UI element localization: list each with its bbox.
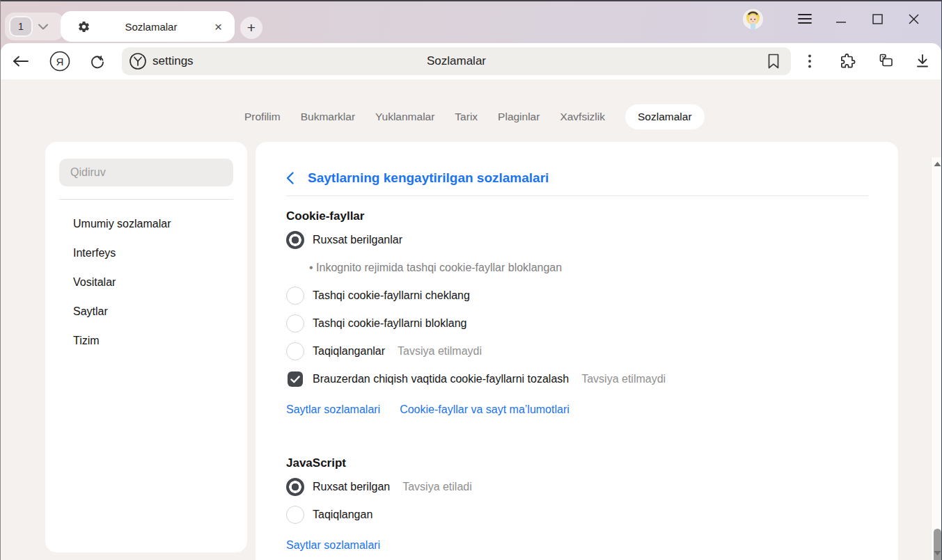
address-bar-page-title: Sozlamalar [122,54,791,68]
scroll-up-icon[interactable] [934,161,941,167]
sidebar-item-vositalar[interactable]: Vositalar [59,268,233,297]
scrollbar[interactable] [931,157,942,560]
yandex-logo-icon[interactable]: Я [49,51,70,72]
nav-tab-xavfsizlik[interactable]: Xavfsizlik [560,104,605,129]
nav-tab-bukmarklar[interactable]: Bukmarklar [301,104,355,129]
settings-page: Profilim Bukmarklar Yuklanmalar Tarix Pl… [1,79,931,560]
page-title[interactable]: Saytlarning kengaytirilgan sozlamalari [308,170,549,186]
radio-icon[interactable] [286,287,304,305]
kebab-menu-icon[interactable] [799,51,820,72]
nav-tab-plaginlar[interactable]: Plaginlar [498,104,540,129]
svg-text:Я: Я [56,56,64,67]
avatar[interactable] [743,9,763,29]
back-header[interactable]: Saytlarning kengaytirilgan sozlamalari [286,142,868,196]
close-tab-icon[interactable]: × [212,19,225,35]
reload-icon[interactable] [87,51,108,72]
chevron-left-icon[interactable] [286,172,294,184]
radio-icon[interactable] [286,342,304,360]
back-icon[interactable] [10,51,31,72]
javascript-links: Saytlar sozlamalari [286,535,868,556]
toolbar-right [799,51,933,72]
settings-nav-tabs: Profilim Bukmarklar Yuklanmalar Tarix Pl… [244,104,705,129]
sidebar-item-interfeys[interactable]: Interfeys [59,239,233,268]
radio-icon[interactable] [286,478,304,496]
nav-tab-sozlamalar[interactable]: Sozlamalar [625,104,705,129]
sidebar-item-umumiy-sozlamalar[interactable]: Umumiy sozlamalar [59,209,233,239]
radio-row-cheklang[interactable]: Tashqi cookie-fayllarni cheklang [286,282,868,310]
nav-tab-yuklanmalar[interactable]: Yuklanmalar [375,104,434,129]
search-input[interactable] [59,159,233,186]
maximize-icon[interactable] [859,8,895,29]
gear-icon [77,20,91,33]
nav-tab-profilim[interactable]: Profilim [244,104,281,129]
chevron-down-icon[interactable] [38,24,48,30]
radio-label: Taqiqlangan [313,509,372,521]
tab-group-control[interactable]: 1 [5,13,63,40]
chrome-right-controls [743,7,932,31]
link-cookie-sayt-malumotlari[interactable]: Cookie-fayllar va sayt ma’lumotlari [400,403,570,416]
settings-main-panel: Saytlarning kengaytirilgan sozlamalari C… [256,142,898,560]
radio-label: Ruxsat berilgan [313,481,390,493]
javascript-heading: JavaScript [286,454,868,473]
radio-row-js-ruxsat[interactable]: Ruxsat berilgan Tavsiya etiladi [286,473,868,501]
radio-icon[interactable] [286,506,304,524]
tab-counter[interactable]: 1 [9,16,33,37]
cookies-links: Saytlar sozlamalari Cookie-fayllar va sa… [286,399,868,420]
url-text[interactable]: settings [152,54,194,68]
address-bar[interactable]: settings Sozlamalar [122,47,791,75]
menu-icon[interactable] [787,8,823,29]
protect-icon[interactable] [129,52,147,70]
checkbox-label: Brauzerdan chiqish vaqtida cookie-faylla… [313,373,569,385]
sidebar-divider [59,199,233,200]
minimize-icon[interactable] [823,8,859,29]
passwords-icon[interactable] [874,51,895,72]
radio-row-taqiqlanganlar[interactable]: Taqiqlanganlar Tavsiya etilmaydi [286,337,868,365]
bookmark-icon[interactable] [766,52,781,70]
incognito-note: • Inkognito rejimida tashqi cookie-fayll… [286,254,868,282]
checkbox-checked-icon[interactable] [288,371,303,387]
extensions-icon[interactable] [837,51,858,72]
link-saytlar-sozlamalari-js[interactable]: Saytlar sozlamalari [286,539,380,552]
sidebar-item-saytlar[interactable]: Saytlar [59,297,233,326]
radio-hint: Tavsiya etilmaydi [398,345,482,358]
radio-label: Tashqi cookie-fayllarni cheklang [313,289,470,302]
sidebar-item-tizim[interactable]: Tizim [59,326,233,355]
radio-label: Ruxsat berilganlar [313,234,402,246]
settings-sidebar: Umumiy sozlamalar Interfeys Vositalar Sa… [45,142,247,552]
radio-label: Taqiqlanganlar [313,345,385,358]
downloads-icon[interactable] [912,51,933,72]
link-saytlar-sozlamalari[interactable]: Saytlar sozlamalari [286,403,380,416]
tab-title: Sozlamalar [91,21,212,33]
radio-hint: Tavsiya etiladi [402,481,472,493]
browser-window: 1 Sozlamalar × + [0,0,942,560]
radio-icon[interactable] [286,231,304,249]
close-window-icon[interactable] [895,8,932,29]
radio-row-js-taqiqlangan[interactable]: Taqiqlangan [286,501,868,529]
radio-row-bloklang[interactable]: Tashqi cookie-fayllarni bloklang [286,310,868,337]
radio-label: Tashqi cookie-fayllarni bloklang [313,317,466,330]
scroll-down-icon[interactable] [934,550,941,556]
toolbar: Я settings Sozlamalar [1,43,941,79]
nav-tab-tarix[interactable]: Tarix [455,104,478,129]
browser-tab-settings[interactable]: Sozlamalar × [61,11,235,42]
radio-row-ruxsat-berilganlar[interactable]: Ruxsat berilganlar [286,226,868,254]
cookies-heading: Cookie-fayllar [286,207,868,226]
checkbox-row-clear-cookies[interactable]: Brauzerdan chiqish vaqtida cookie-faylla… [286,365,868,393]
checkbox-hint: Tavsiya etilmaydi [581,373,666,385]
radio-icon[interactable] [286,314,304,333]
new-tab-button[interactable]: + [240,17,262,39]
